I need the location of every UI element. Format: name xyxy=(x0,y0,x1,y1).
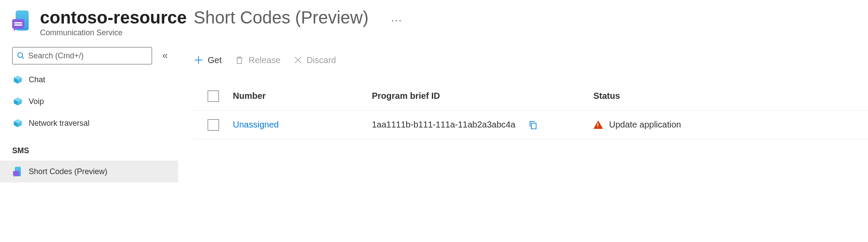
table-row: Unassigned 1aa1111b-b111-111a-11ab2a3abc… xyxy=(194,111,868,139)
search-input[interactable] xyxy=(25,51,147,60)
discard-button-label: Discard xyxy=(307,55,336,65)
cube-icon xyxy=(13,118,23,128)
program-brief-id: 1aa1111b-b111-111a-11ab2a3abc4a xyxy=(372,120,515,130)
resource-name: contoso-resource xyxy=(40,8,187,27)
search-icon xyxy=(17,52,25,60)
toolbar: Get Release Discard xyxy=(194,50,868,71)
discard-button: Discard xyxy=(294,55,336,65)
svg-rect-15 xyxy=(531,123,536,129)
sidebar: « Chat Voip xyxy=(0,41,178,182)
table-header: Number Program brief ID Status xyxy=(194,82,868,111)
sidebar-item-voip[interactable]: Voip xyxy=(0,91,178,112)
resource-icon xyxy=(12,10,32,30)
number-link[interactable]: Unassigned xyxy=(233,120,279,129)
sidebar-item-short-codes[interactable]: Short Codes (Preview) xyxy=(0,161,178,182)
column-header-number[interactable]: Number xyxy=(233,91,372,101)
collapse-sidebar-button[interactable]: « xyxy=(160,47,170,64)
sidebar-search[interactable] xyxy=(12,47,152,64)
sidebar-item-label: Chat xyxy=(29,75,45,84)
select-all-checkbox[interactable] xyxy=(208,91,219,102)
sidebar-item-network-traversal[interactable]: Network traversal xyxy=(0,112,178,134)
column-header-program-brief-id[interactable]: Program brief ID xyxy=(372,91,593,101)
sidebar-item-label: Short Codes (Preview) xyxy=(29,167,107,176)
warning-icon xyxy=(593,121,603,129)
cube-icon xyxy=(13,75,23,84)
column-header-status[interactable]: Status xyxy=(593,91,868,101)
sidebar-item-label: Network traversal xyxy=(29,119,89,128)
copy-icon[interactable] xyxy=(528,120,538,130)
close-icon xyxy=(294,56,302,64)
svg-line-1 xyxy=(22,57,24,59)
sidebar-item-chat[interactable]: Chat xyxy=(0,69,178,91)
trash-icon xyxy=(235,55,244,65)
get-button[interactable]: Get xyxy=(194,55,222,65)
sidebar-item-label: Voip xyxy=(29,97,44,106)
row-checkbox[interactable] xyxy=(208,119,219,131)
sidebar-section-sms: SMS xyxy=(0,134,178,161)
short-codes-icon xyxy=(13,167,23,176)
more-actions-button[interactable]: ··· xyxy=(391,14,402,26)
release-button-label: Release xyxy=(248,55,280,65)
svg-point-0 xyxy=(18,53,23,57)
resource-type-label: Communication Service xyxy=(40,28,402,37)
short-codes-table: Number Program brief ID Status Unassigne… xyxy=(194,82,868,139)
plus-icon xyxy=(194,55,203,65)
release-button: Release xyxy=(235,55,280,65)
get-button-label: Get xyxy=(208,55,222,65)
page-title: Short Codes (Preview) xyxy=(194,8,368,27)
status-text: Update application xyxy=(609,120,681,130)
cube-icon xyxy=(13,97,23,106)
